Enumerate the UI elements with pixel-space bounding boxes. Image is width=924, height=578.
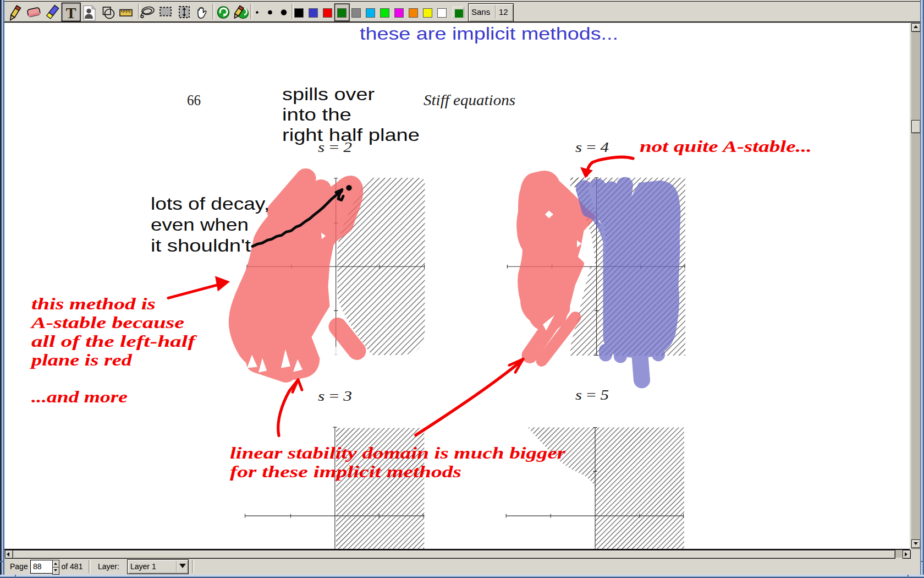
svg-text:66: 66	[187, 91, 201, 108]
svg-text:s = 3: s = 3	[318, 388, 352, 404]
svg-text:T: T	[66, 4, 76, 21]
svg-text:all of the left-half: all of the left-half	[31, 332, 197, 350]
svg-text:plane is red: plane is red	[29, 351, 133, 369]
svg-text:not quite A-stable...: not quite A-stable...	[640, 137, 812, 155]
svg-text:these are implicit methods...: these are implicit methods...	[360, 23, 618, 43]
svg-text:Stiff equations: Stiff equations	[424, 92, 515, 108]
svg-text:it shouldn't: it shouldn't	[151, 236, 251, 255]
svg-text:linear stability domain is muc: linear stability domain is much bigger	[230, 444, 565, 462]
svg-text:right half plane: right half plane	[282, 124, 420, 144]
svg-text:...and more: ...and more	[31, 388, 128, 406]
svg-text:spills over: spills over	[282, 84, 375, 103]
svg-text:s = 5: s = 5	[575, 387, 609, 403]
svg-text:A-stable because: A-stable because	[30, 313, 184, 331]
svg-text:into the: into the	[282, 104, 351, 124]
svg-text:even when: even when	[151, 215, 249, 235]
svg-text:s = 4: s = 4	[575, 139, 609, 155]
svg-text:this method is: this method is	[31, 295, 156, 313]
svg-text:lots of decay,: lots of decay,	[151, 194, 270, 214]
svg-text:for these implicit methods: for these implicit methods	[230, 462, 461, 481]
